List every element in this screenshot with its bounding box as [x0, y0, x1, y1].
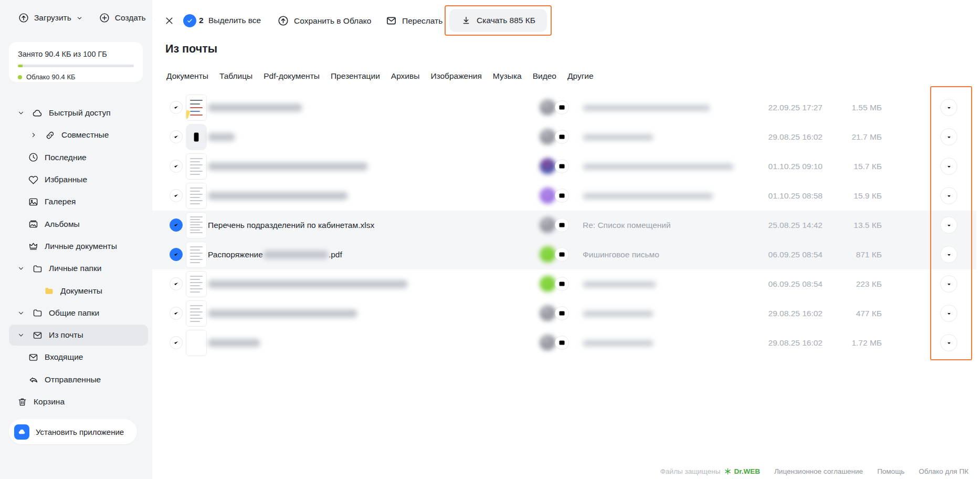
email-subject: Фишинговое письмо: [583, 240, 659, 269]
row-checkbox[interactable]: [170, 307, 183, 320]
file-name: [208, 93, 302, 122]
filter-tab[interactable]: Документы: [166, 71, 208, 81]
footer-link[interactable]: Облако для ПК: [919, 467, 968, 475]
download-button[interactable]: [940, 216, 957, 234]
row-checkbox[interactable]: [170, 336, 183, 349]
sidebar-item-gallery[interactable]: Галерея: [0, 191, 152, 213]
sidebar-item-shared-folders[interactable]: Общие папки: [0, 302, 152, 324]
file-name: Распоряжение .pdf: [208, 240, 342, 269]
sidebar-nav: Быстрый доступСовместныеПоследниеИзбранн…: [0, 102, 152, 413]
filter-tab[interactable]: Архивы: [391, 71, 420, 81]
mail-badge-icon: [555, 306, 569, 320]
sidebar-item-sent[interactable]: Отправленные: [0, 369, 152, 391]
file-row[interactable]: Распоряжение .pdfФишинговое письмо06.09.…: [152, 240, 976, 269]
download-button[interactable]: [940, 334, 957, 351]
download-button[interactable]: [940, 246, 957, 263]
row-checkbox[interactable]: [170, 130, 183, 143]
download-button[interactable]: [940, 187, 957, 204]
file-row[interactable]: 29.08.25 16:02477 КБ: [152, 299, 976, 328]
select-all-button[interactable]: Выделить все: [208, 16, 261, 25]
download-button[interactable]: [940, 128, 957, 145]
sidebar-item-recent[interactable]: Последние: [0, 147, 152, 169]
drweb-label: Dr.WEB: [734, 467, 760, 475]
file-name: [208, 328, 260, 358]
filter-tab[interactable]: Видео: [533, 71, 556, 81]
row-checkbox[interactable]: [170, 218, 183, 232]
chevron-down-icon: [76, 15, 83, 22]
filter-tab[interactable]: Таблицы: [219, 71, 252, 81]
chevron-down-icon[interactable]: [17, 265, 25, 272]
row-checkbox[interactable]: [170, 248, 183, 261]
download-button[interactable]: [940, 305, 957, 322]
email-subject: [583, 181, 713, 211]
file-row[interactable]: 01.10.25 08:5815.9 КБ: [152, 181, 976, 211]
chevron-down-icon[interactable]: [17, 109, 25, 117]
sidebar-item-quick-access[interactable]: Быстрый доступ: [0, 102, 152, 124]
sidebar-item-documents[interactable]: Документы: [0, 279, 152, 301]
download-selected-button[interactable]: Скачать 885 КБ: [449, 9, 547, 32]
sidebar-item-label: Совместные: [61, 130, 109, 140]
file-row[interactable]: 22.09.25 17:271.55 МБ: [152, 93, 976, 122]
sidebar-item-label: Из почты: [49, 330, 83, 340]
album-icon: [28, 218, 39, 230]
sidebar-item-label: Последние: [45, 153, 87, 162]
chevron-right-icon[interactable]: [30, 131, 37, 139]
upload-button[interactable]: Загрузить: [18, 12, 83, 24]
file-thumbnail: [186, 95, 207, 121]
file-name: Перечень подразделений по кабинетам.xlsx: [208, 211, 374, 240]
file-list: 22.09.25 17:271.55 МБ29.08.25 16:0221.7 …: [152, 93, 976, 358]
file-row[interactable]: 29.08.25 16:021.72 МБ: [152, 328, 976, 358]
row-checkbox[interactable]: [170, 189, 183, 202]
sidebar-item-personal-documents[interactable]: Личные документы: [0, 235, 152, 257]
download-button[interactable]: [940, 158, 957, 175]
filter-tab[interactable]: Изображения: [430, 71, 481, 81]
file-row[interactable]: 29.08.25 16:0221.7 МБ: [152, 122, 976, 152]
sidebar-item-shared[interactable]: Совместные: [0, 124, 152, 146]
download-button[interactable]: [940, 275, 957, 293]
email-subject: [583, 122, 654, 152]
sidebar: Загрузить Создать Занято 90.4 КБ из 100 …: [0, 0, 152, 479]
footer-link[interactable]: Помощь: [877, 467, 904, 475]
create-button[interactable]: Создать: [99, 12, 157, 24]
file-date: 29.08.25 16:02: [733, 299, 823, 328]
selection-checkbox[interactable]: [183, 14, 196, 27]
install-app-button[interactable]: Установить приложение: [9, 419, 137, 444]
filter-tab[interactable]: Другие: [567, 71, 594, 81]
upload-icon: [18, 12, 29, 24]
blurred-file-name: [208, 103, 302, 112]
file-thumbnail: [186, 330, 207, 356]
file-row[interactable]: Перечень подразделений по кабинетам.xlsx…: [152, 211, 976, 240]
sidebar-item-personal-folders[interactable]: Личные папки: [0, 257, 152, 279]
sidebar-item-from-mail[interactable]: Из почты: [0, 324, 152, 346]
chevron-down-icon[interactable]: [17, 331, 25, 339]
blurred-email-subject: [583, 310, 654, 317]
row-checkbox[interactable]: [170, 277, 183, 290]
mail-badge-icon: [555, 277, 569, 291]
save-to-cloud-button[interactable]: Сохранить в Облако: [277, 15, 371, 27]
image-icon: [28, 196, 39, 207]
sidebar-item-favorites[interactable]: Избранные: [0, 169, 152, 191]
row-checkbox[interactable]: [170, 101, 183, 114]
row-checkbox[interactable]: [170, 160, 183, 173]
sidebar-item-trash[interactable]: Корзина: [0, 391, 152, 413]
chevron-down-icon[interactable]: [17, 309, 25, 317]
sidebar-item-label: Документы: [60, 286, 102, 296]
download-button[interactable]: [940, 99, 957, 116]
blurred-email-subject: [583, 105, 710, 111]
file-name-text: .pdf: [329, 250, 342, 259]
sidebar-item-inbox[interactable]: Входящие: [0, 346, 152, 368]
file-size: 15.7 КБ: [829, 152, 882, 181]
files-protected: Файлы защищены Dr.WEB: [660, 467, 760, 475]
close-selection-button[interactable]: [164, 15, 175, 26]
mail-badge-icon: [555, 247, 569, 262]
filter-tab[interactable]: Презентации: [331, 71, 380, 81]
blurred-file-name: [208, 192, 348, 200]
filter-tab[interactable]: Pdf-документы: [264, 71, 320, 81]
file-row[interactable]: 06.09.25 08:54223 КБ: [152, 269, 976, 299]
file-row[interactable]: 01.10.25 09:1015.7 КБ: [152, 152, 976, 181]
file-thumbnail: [186, 300, 207, 327]
footer-link[interactable]: Лицензионное соглашение: [774, 467, 863, 475]
forward-button[interactable]: Переслать: [385, 15, 442, 27]
sidebar-item-albums[interactable]: Альбомы: [0, 213, 152, 235]
filter-tab[interactable]: Музыка: [493, 71, 522, 81]
